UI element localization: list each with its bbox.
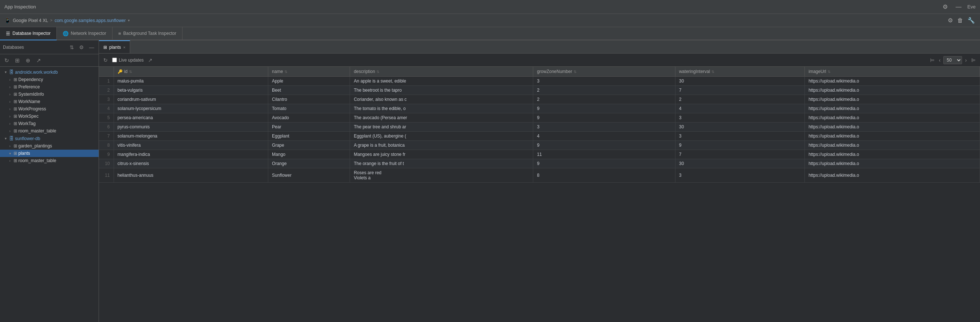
cell-name-6[interactable]: Eggplant [268,132,350,141]
cell-growzone-0[interactable]: 3 [533,77,675,86]
minimize-button[interactable]: — [954,3,964,11]
table-WorkTag[interactable]: › ⊞ WorkTag [0,120,99,127]
sidebar-settings-button[interactable]: ⚙ [78,44,85,51]
table-row[interactable]: 2 beta-vulgaris Beet The beetroot is the… [99,86,980,95]
cell-imageurl-3[interactable]: https://upload.wikimedia.o [805,104,980,113]
sidebar-resume-button[interactable]: ⊞ [14,56,21,65]
cell-description-6[interactable]: Eggplant (US), aubergine ( [350,132,533,141]
table-garden-plantings[interactable]: › ⊞ garden_plantings [0,142,99,150]
col-growzone[interactable]: growZoneNumber ⇅ [533,67,675,77]
cell-growzone-5[interactable]: 3 [533,123,675,132]
cell-name-0[interactable]: Apple [268,77,350,86]
col-id[interactable]: 🔑 id ⇅ [114,67,268,77]
table-row[interactable]: 10 citrus-x-sinensis Orange The orange i… [99,159,980,168]
data-export-button[interactable]: ↗ [146,56,154,64]
sidebar-expand-button[interactable]: ⊕ [24,56,32,65]
cell-watering-7[interactable]: 9 [675,141,805,150]
tab-network-inspector[interactable]: 🌐 Network Inspector [57,27,113,40]
col-name[interactable]: name ⇅ [268,67,350,77]
cell-description-8[interactable]: Mangoes are juicy stone fr [350,150,533,159]
col-description[interactable]: description ⇅ [350,67,533,77]
cell-description-1[interactable]: The beetroot is the tapro [350,86,533,95]
table-Preference[interactable]: › ⊞ Preference [0,83,99,91]
cell-name-4[interactable]: Avocado [268,113,350,123]
app-package[interactable]: com.google.samples.apps.sunflower [55,18,126,23]
top-settings-button[interactable]: ⚙ [947,16,954,25]
cell-id-8[interactable]: mangifera-indica [114,150,268,159]
cell-watering-4[interactable]: 3 [675,113,805,123]
page-prev-button[interactable]: ‹ [937,56,942,64]
cell-growzone-2[interactable]: 2 [533,95,675,104]
cell-name-5[interactable]: Pear [268,123,350,132]
sidebar-filter-button[interactable]: ⇅ [68,44,75,51]
cell-name-7[interactable]: Grape [268,141,350,150]
table-Dependency[interactable]: › ⊞ Dependency [0,76,99,83]
page-last-button[interactable]: ⊫ [970,56,977,64]
table-WorkProgress[interactable]: › ⊞ WorkProgress [0,105,99,113]
db-sunflower[interactable]: ▾ 🗄 sunflower-db [0,135,99,142]
cell-watering-2[interactable]: 2 [675,95,805,104]
table-room-master-workdb[interactable]: › ⊞ room_master_table [0,127,99,135]
settings-button[interactable]: ⚙ [940,3,950,11]
cell-imageurl-1[interactable]: https://upload.wikimedia.o [805,86,980,95]
cell-description-7[interactable]: A grape is a fruit, botanica [350,141,533,150]
cell-watering-8[interactable]: 7 [675,150,805,159]
sidebar-collapse-button[interactable]: — [88,44,95,51]
cell-watering-3[interactable]: 4 [675,104,805,113]
page-next-button[interactable]: › [964,56,968,64]
cell-id-2[interactable]: coriandrum-sativum [114,95,268,104]
cell-description-4[interactable]: The avocado (Persea amer [350,113,533,123]
cell-imageurl-10[interactable]: https://upload.wikimedia.o [805,168,980,183]
cell-imageurl-2[interactable]: https://upload.wikimedia.o [805,95,980,104]
cell-growzone-9[interactable]: 9 [533,159,675,168]
cell-name-2[interactable]: Cilantro [268,95,350,104]
cell-imageurl-9[interactable]: https://upload.wikimedia.o [805,159,980,168]
plants-tab-close[interactable]: × [123,45,125,49]
cell-id-6[interactable]: solanum-melongena [114,132,268,141]
plants-query-tab[interactable]: ⊞ plants × [99,40,130,53]
cell-imageurl-8[interactable]: https://upload.wikimedia.o [805,150,980,159]
page-size-select[interactable]: 20 50 100 200 [943,56,962,64]
table-row[interactable]: 9 mangifera-indica Mango Mangoes are jui… [99,150,980,159]
table-row[interactable]: 7 solanum-melongena Eggplant Eggplant (U… [99,132,980,141]
cell-description-3[interactable]: The tomato is the edible, o [350,104,533,113]
cell-name-10[interactable]: Sunflower [268,168,350,183]
page-first-button[interactable]: ⊨ [929,56,936,64]
data-refresh-button[interactable]: ↻ [102,56,109,64]
cell-id-10[interactable]: helianthus-annuus [114,168,268,183]
table-row[interactable]: 3 coriandrum-sativum Cilantro Coriander,… [99,95,980,104]
cell-id-0[interactable]: malus-pumila [114,77,268,86]
cell-watering-5[interactable]: 30 [675,123,805,132]
cell-id-7[interactable]: vitis-vinifera [114,141,268,150]
live-updates-label[interactable]: Live updates [112,57,144,63]
cell-imageurl-5[interactable]: https://upload.wikimedia.o [805,123,980,132]
cell-description-2[interactable]: Coriander, also known as c [350,95,533,104]
cell-description-9[interactable]: The orange is the fruit of t [350,159,533,168]
top-tools-button[interactable]: 🔧 [967,16,975,25]
table-WorkName[interactable]: › ⊞ WorkName [0,98,99,105]
table-row[interactable]: 4 solanum-lycopersicum Tomato The tomato… [99,104,980,113]
cell-watering-1[interactable]: 7 [675,86,805,95]
table-row[interactable]: 6 pyrus-communis Pear The pear tree and … [99,123,980,132]
sidebar-export-button[interactable]: ↗ [35,56,43,65]
cell-growzone-7[interactable]: 9 [533,141,675,150]
cell-description-5[interactable]: The pear tree and shrub ar [350,123,533,132]
table-row[interactable]: 8 vitis-vinifera Grape A grape is a frui… [99,141,980,150]
cell-watering-6[interactable]: 3 [675,132,805,141]
tab-database-inspector[interactable]: ☰ Database Inspector [0,27,57,40]
cell-imageurl-7[interactable]: https://upload.wikimedia.o [805,141,980,150]
cell-watering-9[interactable]: 30 [675,159,805,168]
live-updates-checkbox[interactable] [112,57,117,62]
cell-description-10[interactable]: Roses are redViolets a [350,168,533,183]
cell-imageurl-0[interactable]: https://upload.wikimedia.o [805,77,980,86]
cell-id-3[interactable]: solanum-lycopersicum [114,104,268,113]
cell-watering-0[interactable]: 30 [675,77,805,86]
col-watering[interactable]: wateringInterval ⇅ [675,67,805,77]
table-SystemIdInfo[interactable]: › ⊞ SystemIdInfo [0,91,99,98]
table-row[interactable]: 1 malus-pumila Apple An apple is a sweet… [99,77,980,86]
cell-name-3[interactable]: Tomato [268,104,350,113]
cell-name-9[interactable]: Orange [268,159,350,168]
tab-background-inspector[interactable]: ≡ Background Task Inspector [113,27,183,40]
table-room-master-sunflower[interactable]: › ⊞ room_master_table [0,157,99,164]
cell-description-0[interactable]: An apple is a sweet, edible [350,77,533,86]
